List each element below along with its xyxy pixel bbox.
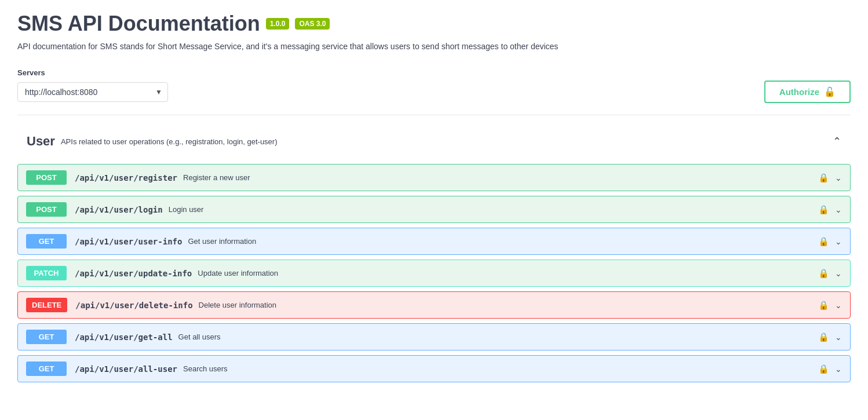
- divider: [17, 115, 851, 115]
- endpoint-chevron-icon[interactable]: ⌄: [835, 237, 842, 246]
- method-badge: PATCH: [26, 266, 67, 280]
- endpoint-actions: 🔒 ⌄: [818, 236, 842, 247]
- section-title-row: User APIs related to user operations (e.…: [27, 134, 278, 149]
- servers-row: http://localhost:8080 ▼ Authorize 🔓: [17, 81, 851, 103]
- endpoint-row[interactable]: GET /api/v1/user/all-user Search users 🔒…: [17, 355, 851, 382]
- authorize-label: Authorize: [779, 87, 819, 97]
- endpoint-row[interactable]: POST /api/v1/user/register Register a ne…: [17, 164, 851, 191]
- endpoint-lock-icon: 🔒: [818, 364, 829, 374]
- method-badge: GET: [26, 330, 67, 344]
- endpoint-summary: Login user: [169, 205, 818, 214]
- endpoint-actions: 🔒 ⌄: [818, 268, 842, 279]
- page-wrapper: SMS API Documentation 1.0.0 OAS 3.0 API …: [0, 0, 868, 399]
- endpoint-summary: Delete user information: [199, 301, 818, 309]
- endpoint-row[interactable]: PATCH /api/v1/user/update-info Update us…: [17, 260, 851, 287]
- endpoint-summary: Get all users: [178, 333, 818, 341]
- endpoint-actions: 🔒 ⌄: [818, 204, 842, 215]
- endpoint-chevron-icon[interactable]: ⌄: [835, 173, 842, 182]
- endpoint-path: /api/v1/user/user-info: [75, 237, 182, 246]
- endpoint-lock-icon: 🔒: [818, 332, 829, 342]
- endpoint-row[interactable]: POST /api/v1/user/login Login user 🔒 ⌄: [17, 196, 851, 223]
- version-badge: 1.0.0: [266, 18, 290, 30]
- endpoint-lock-icon: 🔒: [818, 204, 829, 215]
- endpoint-actions: 🔒 ⌄: [818, 173, 842, 183]
- endpoint-summary: Search users: [183, 364, 818, 373]
- endpoint-summary: Update user information: [198, 269, 818, 277]
- endpoint-lock-icon: 🔒: [818, 236, 829, 247]
- section-header: User APIs related to user operations (e.…: [17, 127, 851, 156]
- endpoint-chevron-icon[interactable]: ⌄: [835, 269, 842, 278]
- endpoint-row[interactable]: GET /api/v1/user/get-all Get all users 🔒…: [17, 323, 851, 350]
- endpoint-chevron-icon[interactable]: ⌄: [835, 301, 842, 310]
- authorize-button[interactable]: Authorize 🔓: [764, 81, 851, 103]
- endpoint-lock-icon: 🔒: [818, 173, 829, 183]
- page-title: SMS API Documentation: [17, 12, 260, 36]
- endpoint-actions: 🔒 ⌄: [818, 300, 842, 311]
- endpoint-path: /api/v1/user/update-info: [75, 269, 192, 278]
- section-description: APIs related to user operations (e.g., r…: [61, 137, 278, 146]
- endpoint-chevron-icon[interactable]: ⌄: [835, 333, 842, 342]
- endpoint-path: /api/v1/user/login: [75, 205, 163, 214]
- endpoint-lock-icon: 🔒: [818, 300, 829, 311]
- server-select-wrapper: http://localhost:8080 ▼: [17, 82, 168, 102]
- oas-badge: OAS 3.0: [295, 18, 330, 30]
- endpoint-chevron-icon[interactable]: ⌄: [835, 364, 842, 374]
- page-description: API documentation for SMS stands for Sho…: [17, 42, 851, 51]
- method-badge: POST: [26, 170, 67, 185]
- endpoint-summary: Register a new user: [183, 173, 818, 182]
- endpoints-list: POST /api/v1/user/register Register a ne…: [17, 164, 851, 382]
- endpoint-actions: 🔒 ⌄: [818, 364, 842, 374]
- endpoint-actions: 🔒 ⌄: [818, 332, 842, 342]
- endpoint-lock-icon: 🔒: [818, 268, 829, 279]
- servers-label: Servers: [17, 68, 851, 77]
- lock-icon: 🔓: [824, 86, 836, 97]
- method-badge: GET: [26, 361, 67, 376]
- method-badge: GET: [26, 234, 67, 249]
- method-badge: DELETE: [26, 298, 67, 312]
- title-row: SMS API Documentation 1.0.0 OAS 3.0: [17, 12, 851, 36]
- endpoint-path: /api/v1/user/all-user: [75, 364, 177, 374]
- endpoint-chevron-icon[interactable]: ⌄: [835, 205, 842, 214]
- section-collapse-icon[interactable]: ⌃: [833, 135, 841, 148]
- endpoint-summary: Get user information: [188, 237, 818, 246]
- section-title: User: [27, 134, 55, 149]
- endpoint-row[interactable]: GET /api/v1/user/user-info Get user info…: [17, 228, 851, 255]
- servers-section: Servers http://localhost:8080 ▼ Authoriz…: [17, 68, 851, 103]
- endpoint-path: /api/v1/user/register: [75, 173, 177, 182]
- endpoint-row[interactable]: DELETE /api/v1/user/delete-info Delete u…: [17, 291, 851, 319]
- endpoint-path: /api/v1/user/get-all: [75, 333, 173, 342]
- endpoint-path: /api/v1/user/delete-info: [75, 301, 192, 310]
- method-badge: POST: [26, 202, 67, 217]
- server-select[interactable]: http://localhost:8080: [17, 82, 168, 102]
